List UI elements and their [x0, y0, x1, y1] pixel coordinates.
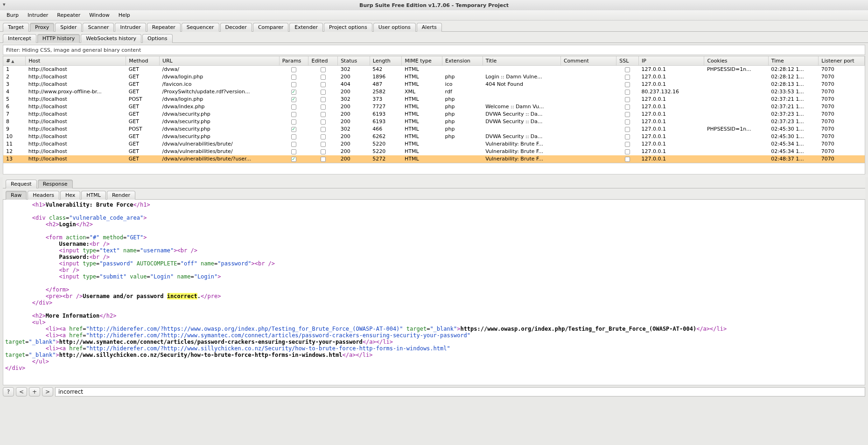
checkbox-icon	[625, 90, 630, 95]
checkbox-icon	[321, 149, 326, 154]
col-comment[interactable]: Comment	[560, 56, 616, 66]
checkbox-icon	[321, 112, 326, 117]
table-row[interactable]: 13http://localhostGET/dvwa/vulnerabiliti…	[3, 155, 865, 163]
table-row[interactable]: 9http://localhostPOST/dvwa/security.php3…	[3, 125, 865, 133]
subtab-intercept[interactable]: Intercept	[3, 34, 36, 43]
checkbox-icon	[291, 82, 296, 87]
checkbox-icon	[625, 75, 630, 80]
menu-repeater[interactable]: Repeater	[53, 11, 84, 19]
col-extension[interactable]: Extension	[442, 56, 483, 66]
tab-decoder[interactable]: Decoder	[220, 23, 252, 32]
next-match-button[interactable]: >	[42, 387, 53, 396]
checkbox-icon	[291, 104, 296, 110]
tab-repeater[interactable]: Repeater	[147, 23, 181, 32]
col-method[interactable]: Method	[126, 56, 160, 66]
checkbox-icon	[625, 119, 630, 125]
checkbox-icon	[625, 97, 630, 102]
help-button[interactable]: ?	[3, 387, 14, 396]
col-time[interactable]: Time	[768, 56, 819, 66]
proxy-subtabs: Intercept HTTP history WebSockets histor…	[0, 32, 868, 43]
tab-extender[interactable]: Extender	[289, 23, 323, 32]
col-length[interactable]: Length	[370, 56, 402, 66]
table-row[interactable]: 12http://localhostGET/dvwa/vulnerabiliti…	[3, 148, 865, 155]
tab-project-options[interactable]: Project options	[324, 23, 372, 32]
tab-comparer[interactable]: Comparer	[253, 23, 288, 32]
col-ip[interactable]: IP	[639, 56, 704, 66]
col-host[interactable]: Host	[26, 56, 126, 66]
checkbox-icon	[291, 119, 296, 125]
col-mime-type[interactable]: MIME type	[402, 56, 442, 66]
viewtab-html[interactable]: HTML	[81, 191, 106, 200]
table-row[interactable]: 10http://localhostGET/dvwa/security.php2…	[3, 133, 865, 140]
tab-request[interactable]: Request	[6, 180, 37, 188]
col--[interactable]: #▲	[3, 56, 26, 66]
prev-match-button[interactable]: <	[16, 387, 27, 396]
checkbox-icon	[291, 67, 296, 72]
table-row[interactable]: 3http://localhostGET/favicon.ico404487HT…	[3, 81, 865, 88]
checkbox-icon	[321, 82, 326, 87]
window-titlebar: ▾ Burp Suite Free Edition v1.7.06 - Temp…	[0, 0, 868, 10]
table-row[interactable]: 2http://localhostGET/dvwa/login.php20018…	[3, 73, 865, 81]
checkbox-icon	[321, 127, 326, 132]
table-row[interactable]: 8http://localhostGET/dvwa/security.php20…	[3, 118, 865, 125]
col-listener-port[interactable]: Listener port	[819, 56, 865, 66]
viewtab-render[interactable]: Render	[107, 191, 135, 200]
table-row[interactable]: 6http://localhostGET/dvwa/index.php20077…	[3, 103, 865, 111]
col-edited[interactable]: Edited	[308, 56, 338, 66]
tab-sequencer[interactable]: Sequencer	[182, 23, 219, 32]
viewtab-headers[interactable]: Headers	[28, 191, 59, 200]
add-button[interactable]: +	[29, 387, 40, 396]
checkbox-icon	[321, 90, 326, 95]
tab-proxy[interactable]: Proxy	[30, 23, 54, 32]
checkbox-icon	[291, 149, 296, 154]
tab-alerts[interactable]: Alerts	[417, 23, 442, 32]
tab-response[interactable]: Response	[38, 180, 73, 188]
tab-intruder[interactable]: Intruder	[115, 23, 146, 32]
viewtab-hex[interactable]: Hex	[60, 191, 80, 200]
checkbox-icon	[321, 142, 326, 147]
checkbox-icon	[625, 142, 630, 147]
checkbox-icon	[625, 82, 630, 87]
response-body[interactable]: <h1>Vulnerability: Brute Force</h1> <div…	[5, 202, 863, 385]
col-cookies[interactable]: Cookies	[704, 56, 768, 66]
search-input[interactable]	[55, 387, 865, 396]
checkbox-icon	[625, 112, 630, 117]
table-row[interactable]: 1http://localhostGET/dvwa/302542HTML127.…	[3, 66, 865, 73]
checkbox-icon	[321, 97, 326, 102]
checkbox-icon	[321, 75, 326, 80]
subtab-options[interactable]: Options	[142, 34, 172, 43]
sort-asc-icon: ▲	[11, 59, 14, 63]
col-ssl[interactable]: SSL	[616, 56, 639, 66]
menu-help[interactable]: Help	[115, 11, 134, 19]
menu-intruder[interactable]: Intruder	[24, 11, 52, 19]
col-url[interactable]: URL	[159, 56, 279, 66]
checkbox-icon	[321, 134, 326, 139]
tab-target[interactable]: Target	[3, 23, 29, 32]
checkbox-icon	[625, 134, 630, 139]
subtab-http-history[interactable]: HTTP history	[37, 34, 80, 43]
table-empty-area	[3, 163, 865, 174]
table-row[interactable]: 5http://localhostPOST/dvwa/login.php3023…	[3, 96, 865, 103]
window-close-icon[interactable]: ▾	[3, 3, 7, 7]
table-row[interactable]: 7http://localhostGET/dvwa/security.php20…	[3, 111, 865, 118]
tab-spider[interactable]: Spider	[55, 23, 82, 32]
http-history-table[interactable]: #▲HostMethodURLParamsEditedStatusLengthM…	[3, 56, 865, 163]
table-row[interactable]: 4http://www.proxy-offline-br...GET/Proxy…	[3, 88, 865, 96]
filter-text: Filter: Hiding CSS, image and general bi…	[6, 47, 141, 53]
col-params[interactable]: Params	[279, 56, 308, 66]
menu-window[interactable]: Window	[85, 11, 113, 19]
message-tabs: Request Response	[3, 177, 865, 188]
col-title[interactable]: Title	[483, 56, 560, 66]
history-filter[interactable]: Filter: Hiding CSS, image and general bi…	[3, 45, 865, 55]
menu-burp[interactable]: Burp	[3, 11, 22, 19]
table-row[interactable]: 11http://localhostGET/dvwa/vulnerabiliti…	[3, 140, 865, 148]
checkbox-icon	[625, 149, 630, 154]
checkbox-icon	[625, 127, 630, 132]
window-title: Burp Suite Free Edition v1.7.06 - Tempor…	[359, 2, 509, 8]
tab-scanner[interactable]: Scanner	[83, 23, 114, 32]
subtab-websockets-history[interactable]: WebSockets history	[81, 34, 141, 43]
col-status[interactable]: Status	[338, 56, 370, 66]
viewtab-raw[interactable]: Raw	[6, 191, 27, 200]
response-raw-view[interactable]: <h1>Vulnerability: Brute Force</h1> <div…	[3, 200, 865, 385]
tab-user-options[interactable]: User options	[373, 23, 416, 32]
